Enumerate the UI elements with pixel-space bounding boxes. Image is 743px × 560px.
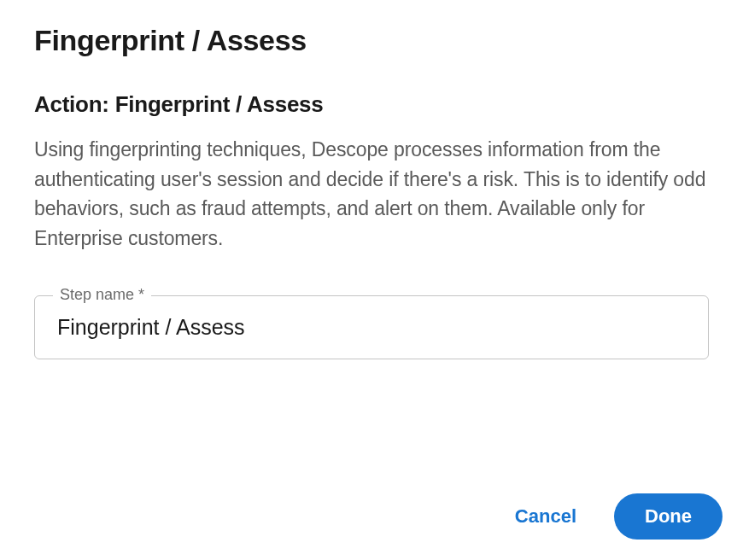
step-name-label: Step name * bbox=[53, 286, 151, 304]
action-subtitle: Action: Fingerprint / Assess bbox=[34, 91, 709, 118]
step-name-field: Step name * bbox=[34, 295, 709, 359]
step-name-input[interactable] bbox=[34, 295, 709, 359]
dialog-footer: Cancel Done bbox=[501, 493, 723, 540]
action-description: Using fingerprinting techniques, Descope… bbox=[34, 135, 709, 253]
done-button[interactable]: Done bbox=[614, 493, 723, 540]
dialog-title: Fingerprint / Assess bbox=[34, 24, 709, 57]
cancel-button[interactable]: Cancel bbox=[501, 495, 590, 538]
